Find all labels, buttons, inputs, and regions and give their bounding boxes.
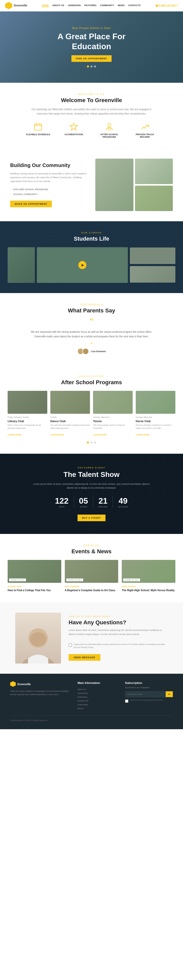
footer-link-1[interactable]: Admissions xyxy=(77,691,117,695)
community-section: Building Our Community Building a strong… xyxy=(0,148,183,221)
footer-link-5[interactable]: Alumni xyxy=(77,706,117,710)
event-card-0: October 12, 2017 SCHOOL LIFE How to Find… xyxy=(8,560,61,592)
features-row: FLEXIBLE SCHEDULE ACCREDITATION AFTER SC… xyxy=(15,123,168,138)
programs-dot-2[interactable] xyxy=(90,442,93,444)
talent-title: The Talent Show xyxy=(15,471,168,479)
parents-section: Testimonials What Parents Say " We are i… xyxy=(0,293,183,365)
countdown-minutes: 21 Minutes xyxy=(93,496,113,508)
event-title-1[interactable]: A Beginner's Complete Guide to Art Class xyxy=(65,589,118,592)
program-card-0: Friday / Saturday / Sunday Library Club … xyxy=(8,391,47,436)
program-readmore-2[interactable]: LEARN MORE xyxy=(93,434,107,436)
feature-accreditation-label: ACCREDITATION xyxy=(64,133,83,136)
author-avatar-2 xyxy=(82,348,89,355)
program-tag-2: morning / afternoons xyxy=(93,416,109,418)
play-button[interactable] xyxy=(78,261,87,269)
svg-point-5 xyxy=(108,124,111,127)
nav-about[interactable]: About Us xyxy=(52,4,64,7)
faq-submit-button[interactable]: SEND MESSAGE xyxy=(69,654,100,661)
program-image-1 xyxy=(50,391,90,414)
hero-dot-1[interactable] xyxy=(87,65,89,67)
hero-dot-3[interactable] xyxy=(94,65,96,67)
talent-label: Featured Event xyxy=(15,466,168,469)
gallery-side-left xyxy=(8,247,35,283)
event-card-2: October 12, 2017 HIGH SCHOOL The Right H… xyxy=(122,560,175,592)
events-grid: October 12, 2017 SCHOOL LIFE How to Find… xyxy=(8,560,175,592)
footer-agree-label: I agree to receive updates and newslette… xyxy=(129,699,164,701)
event-image-2: October 12, 2017 xyxy=(122,560,175,583)
quote-close: " xyxy=(21,342,162,348)
track-icon xyxy=(140,123,150,132)
footer-link-4[interactable]: Community xyxy=(77,703,117,706)
community-cta-button[interactable]: MAKE AN APPOINTMENT xyxy=(10,200,52,207)
event-category-2: HIGH SCHOOL xyxy=(122,585,175,588)
programs-dots xyxy=(8,442,175,444)
footer-bottom: GreatThemes © 2016. All rights reserved. xyxy=(10,716,173,722)
program-tags-2: morning / afternoons xyxy=(93,416,133,418)
programs-dot-1[interactable] xyxy=(87,442,89,444)
logo-text: Greenville xyxy=(14,4,27,7)
footer-subscribe-button[interactable]: ► xyxy=(166,691,173,697)
events-label: Our Blog xyxy=(8,544,175,547)
footer: Greenville There are many variations of … xyxy=(0,674,183,729)
nav-home[interactable]: Home xyxy=(42,4,49,7)
students-label: Our Campus xyxy=(8,231,175,234)
program-name-1: Dance Club xyxy=(50,420,90,423)
faq-label: Ask Us If You Need Help xyxy=(69,615,168,618)
faq-person-photo xyxy=(15,612,61,663)
footer-logo[interactable]: Greenville xyxy=(10,681,70,687)
feature-afterschool-label: AFTER SCHOOL PROGRAMS xyxy=(95,133,123,138)
event-card-1: October 12, 2017 ART & DESIGN A Beginner… xyxy=(65,560,118,592)
footer-copyright: GreatThemes © 2016. All rights reserved. xyxy=(10,719,47,722)
schedule-icon xyxy=(33,123,43,132)
footer-top: Greenville There are many variations of … xyxy=(10,681,173,710)
program-tags-1: monthly xyxy=(50,416,90,418)
footer-link-0[interactable]: About Us xyxy=(77,687,117,691)
nav-community[interactable]: Community xyxy=(100,4,114,7)
community-list-item-1: EXPLORE SCHOOL PROGRAMS xyxy=(10,187,88,192)
community-text: Building a strong sense of community at … xyxy=(10,172,88,184)
logo[interactable]: Greenville xyxy=(5,2,27,9)
program-name-3: Horse Club xyxy=(136,420,175,423)
program-name-0: Library Club xyxy=(8,420,47,423)
gallery-side-right xyxy=(130,248,175,283)
nav-admission[interactable]: Admission xyxy=(68,4,81,7)
faq-person-image xyxy=(15,612,61,663)
footer-agree-checkbox[interactable] xyxy=(125,699,128,703)
welcome-label: Welcome to us xyxy=(15,93,168,95)
nav-news[interactable]: News xyxy=(118,4,125,7)
footer-link-2[interactable]: Academics xyxy=(77,695,117,699)
gallery-side-img-1 xyxy=(130,248,175,264)
hero-dots xyxy=(87,65,96,67)
quote-open: " xyxy=(21,318,162,327)
hero-title: A Great Place For Education xyxy=(48,32,135,51)
program-readmore-3[interactable]: LEARN MORE xyxy=(136,434,150,436)
talent-ticket-button[interactable]: BUY A TICKET xyxy=(77,515,106,521)
footer-col1-title: Main Information xyxy=(77,681,117,684)
event-date-1: October 12, 2017 xyxy=(66,579,83,581)
nav-contacts[interactable]: Contacts xyxy=(128,4,140,7)
hero-cta-button[interactable]: FIND AN APPOINTMENT xyxy=(71,55,112,62)
community-list: EXPLORE SCHOOL PROGRAMS SCHOOL COMMUNITY xyxy=(10,187,88,197)
footer-check-wrapper: I agree to receive updates and newslette… xyxy=(125,699,173,703)
students-title: Students Life xyxy=(8,235,175,242)
footer-main-info: Main Information About Us Admissions Aca… xyxy=(77,681,117,710)
afterschool-label: Our Activities xyxy=(8,375,175,378)
community-image-3 xyxy=(135,186,173,211)
hero-dot-2[interactable] xyxy=(90,65,93,67)
community-image-2 xyxy=(135,159,173,184)
footer-email-input[interactable] xyxy=(125,691,166,697)
program-image-0 xyxy=(8,391,47,414)
nav-features[interactable]: Features xyxy=(84,4,96,7)
event-title-0[interactable]: How to Find a College That Fits You xyxy=(8,589,61,592)
programs-dot-3[interactable] xyxy=(94,442,96,444)
faq-agree-checkbox[interactable] xyxy=(69,643,72,647)
event-date-2: October 12, 2017 xyxy=(123,579,140,581)
program-readmore-1[interactable]: LEARN MORE xyxy=(50,434,64,436)
svg-rect-0 xyxy=(35,124,42,130)
program-readmore-0[interactable]: LEARN MORE xyxy=(8,434,21,436)
event-title-2[interactable]: The Right High School: Myth Versus Reali… xyxy=(122,589,175,592)
footer-link-3[interactable]: Student Life xyxy=(77,699,117,703)
feature-flexible: FLEXIBLE SCHEDULE xyxy=(24,123,52,138)
community-image-1 xyxy=(95,159,133,211)
afterschool-icon xyxy=(105,123,114,132)
